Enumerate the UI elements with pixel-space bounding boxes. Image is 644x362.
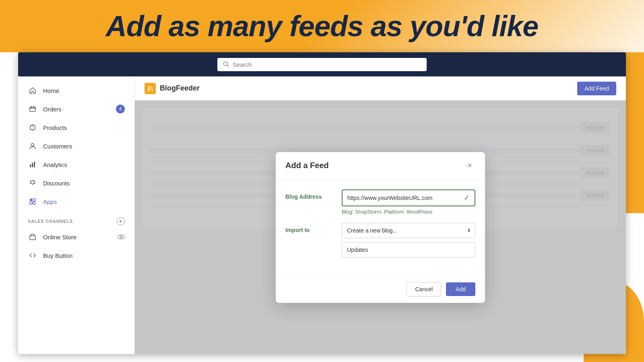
modal-body: Blog Address ✓ Blog: ShopStorm, Platform… (276, 180, 485, 275)
rss-icon (144, 83, 156, 94)
svg-rect-7 (30, 199, 32, 201)
store-icon (28, 232, 37, 242)
sidebar-item-orders-label: Orders (43, 106, 62, 113)
sidebar-item-buy-button[interactable]: Buy Button (18, 246, 134, 265)
svg-rect-11 (30, 236, 35, 240)
sales-channels-label: SALES CHANNELS (28, 219, 73, 224)
modal-title: Add a Feed (285, 161, 329, 170)
sidebar-item-customers-label: Customers (43, 143, 72, 150)
content-body: hronize hronize hronize (135, 101, 626, 354)
sidebar-item-discounts-label: Discounts (43, 180, 70, 187)
search-icon (223, 61, 229, 68)
svg-point-3 (31, 144, 34, 146)
sidebar-item-analytics-label: Analytics (43, 161, 67, 168)
svg-point-13 (120, 236, 122, 238)
import-to-label: Import to (285, 223, 342, 233)
sidebar-item-apps[interactable]: Apps (18, 192, 134, 211)
svg-point-14 (148, 89, 149, 91)
import-to-select[interactable]: Create a new blog... Existing blog (342, 223, 475, 238)
import-to-select-wrap: Create a new blog... Existing blog ⬍ (342, 223, 475, 238)
app-container: Home Orders 4 (18, 52, 626, 354)
import-to-field: Create a new blog... Existing blog ⬍ (342, 223, 475, 257)
modal-close-button[interactable]: × (464, 160, 475, 171)
import-to-row: Import to Create a new blog... Existing … (285, 223, 475, 257)
svg-rect-2 (30, 107, 35, 111)
products-icon (28, 123, 37, 132)
sidebar-item-products-label: Products (43, 124, 67, 131)
add-button[interactable]: Add (446, 282, 475, 296)
add-sales-channel-button[interactable]: + (117, 217, 125, 225)
svg-rect-5 (32, 163, 33, 167)
discounts-icon (28, 178, 37, 188)
svg-line-1 (227, 66, 229, 67)
analytics-icon (28, 160, 37, 169)
body-layout: Home Orders 4 (18, 76, 626, 354)
sidebar-item-online-store[interactable]: Online Store (18, 228, 134, 246)
sales-channels-header: SALES CHANNELS + (18, 211, 134, 228)
code-icon (28, 251, 37, 260)
sidebar-item-analytics[interactable]: Analytics (18, 155, 134, 174)
add-feed-modal: Add a Feed × Blog Address (276, 152, 485, 303)
orders-badge: 4 (116, 105, 125, 113)
cancel-button[interactable]: Cancel (407, 282, 441, 296)
blog-address-input-wrap: ✓ (342, 189, 475, 206)
page-title: BlogFeeder (160, 84, 577, 93)
svg-rect-9 (30, 202, 32, 204)
blog-address-row: Blog Address ✓ Blog: ShopStorm, Platform… (285, 189, 475, 215)
blog-address-field: ✓ Blog: ShopStorm, Platform: WordPress (342, 189, 475, 215)
add-feed-button[interactable]: Add Feed (577, 82, 616, 95)
apps-icon (28, 197, 37, 206)
sidebar-item-apps-label: Apps (43, 198, 57, 205)
orders-icon (28, 104, 37, 114)
sidebar-item-online-store-label: Online Store (43, 234, 76, 241)
svg-rect-4 (30, 165, 31, 167)
main-content: BlogFeeder Add Feed hronize hronize (135, 76, 626, 354)
modal-header: Add a Feed × (276, 152, 485, 180)
search-bar (217, 58, 427, 71)
top-nav (18, 52, 626, 76)
customers-icon (28, 141, 37, 151)
search-input[interactable] (233, 61, 421, 68)
svg-rect-10 (33, 202, 35, 204)
blog-address-hint: Blog: ShopStorm, Platform: WordPress (342, 209, 475, 215)
svg-rect-6 (34, 162, 35, 167)
blog-address-input[interactable] (347, 195, 460, 201)
check-icon: ✓ (464, 193, 470, 202)
content-header: BlogFeeder Add Feed (135, 76, 626, 101)
eye-icon (118, 234, 125, 239)
modal-footer: Cancel Add (276, 275, 485, 303)
sidebar: Home Orders 4 (18, 76, 135, 354)
svg-rect-8 (33, 199, 35, 201)
sidebar-item-orders[interactable]: Orders 4 (18, 100, 134, 118)
new-blog-name-input[interactable] (342, 242, 475, 257)
svg-point-12 (118, 235, 124, 239)
top-banner: Add as many feeds as you'd like (0, 0, 644, 52)
sidebar-item-home-label: Home (43, 87, 59, 94)
sidebar-item-products[interactable]: Products (18, 118, 134, 137)
sidebar-item-buy-button-label: Buy Button (43, 252, 72, 259)
blog-address-label: Blog Address (285, 189, 342, 200)
banner-title: Add as many feeds as you'd like (106, 10, 539, 43)
modal-overlay: Add a Feed × Blog Address (135, 101, 626, 354)
sidebar-item-discounts[interactable]: Discounts (18, 174, 134, 192)
home-icon (28, 86, 37, 95)
sidebar-item-home[interactable]: Home (18, 81, 134, 100)
sidebar-item-customers[interactable]: Customers (18, 137, 134, 155)
